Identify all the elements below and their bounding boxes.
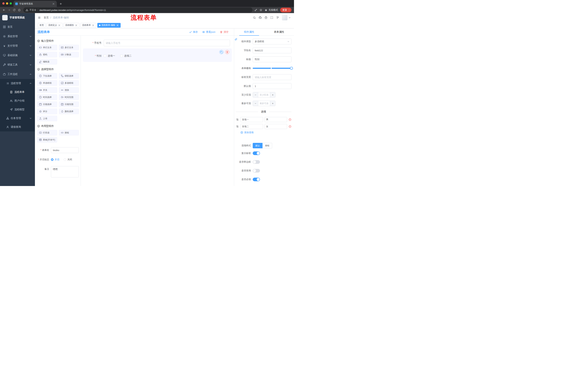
github-icon[interactable] — [259, 16, 262, 19]
collapse-sidebar-button[interactable] — [38, 16, 41, 19]
sidebar-item-leave-query[interactable]: 请假查询 — [0, 123, 35, 131]
palette-item-table[interactable]: 表格[开发中] — [37, 137, 57, 142]
user-avatar-menu[interactable] — [282, 15, 291, 20]
forward-button[interactable] — [7, 8, 12, 12]
home-button[interactable] — [17, 8, 22, 12]
palette-item-date-picker[interactable]: 日期选择 — [37, 102, 57, 107]
tag-process-model[interactable]: 流程模型 — [63, 23, 79, 28]
copy-field-button[interactable] — [220, 50, 223, 54]
canvas-field-phone[interactable]: 手机号 — [83, 37, 232, 48]
palette-item-checkbox-group[interactable]: 多选框组 — [59, 80, 79, 86]
tag-process-form-edit[interactable]: 流程表单-编辑 — [97, 23, 121, 28]
view-json-button[interactable]: 查看json — [202, 30, 215, 34]
avatar[interactable] — [282, 15, 287, 20]
palette-item-password[interactable]: 密码 — [37, 52, 57, 57]
palette-item-select[interactable]: 下拉选择 — [37, 73, 57, 79]
drag-handle-icon[interactable] — [236, 118, 239, 121]
sidebar-item-workflow[interactable]: 工作流程 — [0, 70, 35, 79]
title-input[interactable] — [253, 56, 292, 62]
option-2-label-input[interactable] — [240, 124, 263, 129]
component-type-select[interactable]: 多选框组 — [253, 39, 292, 44]
increase-button[interactable]: + — [270, 101, 275, 106]
close-window-button[interactable] — [2, 2, 5, 5]
form-name-input[interactable] — [51, 147, 79, 153]
option-style-default-button[interactable]: 默认 — [253, 143, 262, 148]
palette-item-editor[interactable]: 编辑器 — [37, 59, 57, 64]
default-value-input[interactable] — [253, 83, 292, 89]
search-icon[interactable] — [253, 16, 256, 19]
close-tag-icon[interactable] — [92, 24, 94, 27]
tag-process-definition[interactable]: 流程定义 — [47, 23, 63, 28]
sidebar-item-system[interactable]: 系统管理 — [0, 32, 35, 41]
sidebar-item-process-form[interactable]: 流程表单 — [0, 88, 35, 96]
save-button[interactable]: 保存 — [189, 30, 198, 34]
field-name-input[interactable] — [253, 47, 292, 53]
option-2-value-input[interactable] — [264, 124, 287, 129]
status-off-radio[interactable]: 关闭 — [64, 158, 72, 161]
palette-item-row-container[interactable]: 行容器 — [37, 130, 57, 135]
min-select-stepper[interactable]: − 至少应选 + — [253, 92, 275, 97]
palette-item-time-range[interactable]: 时间范围 — [59, 95, 79, 100]
slider-handle[interactable] — [290, 67, 293, 70]
address-bar[interactable]: 不安全 dashboard.yudao.iocoder.cn/bpm/manag… — [23, 8, 252, 12]
option-1-value-input[interactable] — [264, 117, 287, 122]
sidebar-item-infrastructure[interactable]: 基础设施 — [0, 51, 35, 60]
phone-input[interactable] — [104, 40, 230, 46]
palette-item-slider[interactable]: 滑块 — [59, 87, 79, 93]
window-controls[interactable] — [2, 2, 12, 5]
clear-button[interactable]: 清空 — [220, 30, 229, 34]
disabled-switch[interactable] — [253, 169, 260, 172]
remark-textarea[interactable]: 嘿嘿 — [51, 166, 79, 177]
canvas-field-gender[interactable]: 性别 选项一 选项二 — [83, 48, 232, 62]
sidebar-logo[interactable]: 芋道管理系统 — [0, 13, 35, 22]
sidebar-item-home[interactable]: 首页 — [0, 22, 35, 32]
sidebar-item-user-group[interactable]: 用户分组 — [0, 96, 35, 105]
sidebar-item-payment[interactable]: ¥支付管理 — [0, 41, 35, 51]
palette-item-color-picker[interactable]: 颜色选择 — [59, 109, 79, 114]
delete-field-button[interactable] — [225, 50, 229, 54]
form-canvas[interactable]: 手机号 性别 选项一 选项二 — [81, 36, 234, 186]
required-switch[interactable] — [253, 178, 260, 181]
browser-tab[interactable]: 芋道管理系统 — [13, 1, 57, 7]
bookmark-star-icon[interactable] — [259, 9, 262, 11]
palette-item-time-picker[interactable]: 时间选择 — [37, 95, 57, 100]
palette-item-button[interactable]: 按钮 — [59, 130, 79, 135]
tag-process-form[interactable]: 流程表单 — [80, 23, 96, 28]
label-width-input[interactable] — [253, 74, 292, 80]
tab-component-props[interactable]: 组件属性 — [234, 28, 264, 35]
decrease-button[interactable]: − — [253, 101, 258, 106]
tag-home[interactable]: 首页 — [38, 23, 45, 28]
max-select-stepper[interactable]: − 最多可选 + — [253, 101, 275, 106]
status-on-radio[interactable]: 开启 — [51, 158, 59, 161]
max-select-value[interactable]: 最多可选 — [258, 101, 270, 106]
form-grid-slider[interactable] — [253, 65, 292, 71]
checkbox-box[interactable] — [104, 55, 106, 57]
remove-option-icon[interactable] — [289, 118, 292, 121]
drag-handle-icon[interactable] — [236, 125, 239, 128]
option-style-button-button[interactable]: 按钮 — [262, 143, 272, 148]
sidebar-item-dev-tools[interactable]: 研发工具 — [0, 60, 35, 70]
palette-item-cascader[interactable]: 级联选择 — [59, 73, 79, 79]
palette-item-single-line-text[interactable]: 单行文本 — [37, 45, 57, 50]
close-tag-icon[interactable] — [116, 24, 119, 27]
help-icon[interactable] — [264, 16, 267, 19]
font-size-icon[interactable] — [276, 16, 279, 19]
show-label-switch[interactable] — [253, 151, 260, 155]
back-button[interactable] — [1, 8, 7, 12]
gender-option-2-checkbox[interactable]: 选项二 — [120, 54, 132, 57]
decrease-button[interactable]: − — [253, 92, 258, 97]
sidebar-item-process-management[interactable]: 流程管理 — [0, 79, 35, 88]
palette-item-upload[interactable]: 上传 — [37, 116, 57, 121]
new-tab-button[interactable] — [58, 1, 63, 6]
breadcrumb-home[interactable]: 首页 — [44, 16, 49, 19]
remove-option-icon[interactable] — [289, 125, 292, 128]
min-select-value[interactable]: 至少应选 — [258, 92, 270, 97]
maximize-window-button[interactable] — [10, 2, 12, 5]
palette-item-rate[interactable]: 评分 — [37, 109, 57, 114]
palette-item-radio-group[interactable]: 单选框组 — [37, 80, 57, 86]
increase-button[interactable]: + — [270, 92, 275, 97]
close-tab-icon[interactable] — [52, 2, 55, 5]
reload-button[interactable] — [12, 8, 17, 12]
minimize-window-button[interactable] — [6, 2, 8, 5]
palette-item-multi-line-text[interactable]: 多行文本 — [59, 45, 79, 50]
